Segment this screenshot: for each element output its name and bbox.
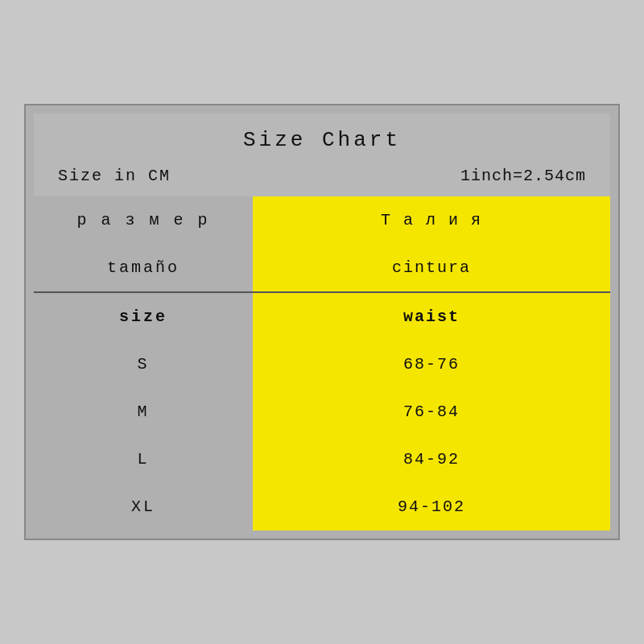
size-in-cm-label: Size in CM (58, 167, 171, 185)
size-label-cell: tamaño (34, 244, 253, 292)
waist-value-cell: 94-102 (253, 483, 610, 530)
table-row: L84-92 (34, 436, 610, 483)
table-row: tamañocintura (34, 244, 610, 292)
size-label-cell: р а з м е р (34, 196, 253, 244)
size-chart-container: Size Chart Size in CM 1inch=2.54cm р а з… (24, 104, 620, 540)
table-row: S68-76 (34, 341, 610, 388)
waist-value-cell: 76-84 (253, 388, 610, 436)
size-table: р а з м е рТ а л и яtamañocinturasizewai… (34, 196, 610, 530)
waist-value-cell: cintura (253, 244, 610, 292)
inch-conversion-label: 1inch=2.54cm (460, 167, 586, 185)
table-row: M76-84 (34, 388, 610, 436)
waist-value-cell: 68-76 (253, 341, 610, 388)
waist-value-cell: waist (253, 292, 610, 341)
size-label-cell: L (34, 436, 253, 483)
title-section: Size Chart (34, 114, 610, 159)
table-row: XL94-102 (34, 483, 610, 530)
size-label-cell: M (34, 388, 253, 436)
main-title: Size Chart (42, 128, 602, 152)
table-row: sizewaist (34, 292, 610, 341)
size-label-cell: S (34, 341, 253, 388)
subtitle-row: Size in CM 1inch=2.54cm (34, 159, 610, 196)
table-row: р а з м е рТ а л и я (34, 196, 610, 244)
waist-value-cell: 84-92 (253, 436, 610, 483)
waist-value-cell: Т а л и я (253, 196, 610, 244)
size-label-cell: XL (34, 483, 253, 530)
size-label-cell: size (34, 292, 253, 341)
